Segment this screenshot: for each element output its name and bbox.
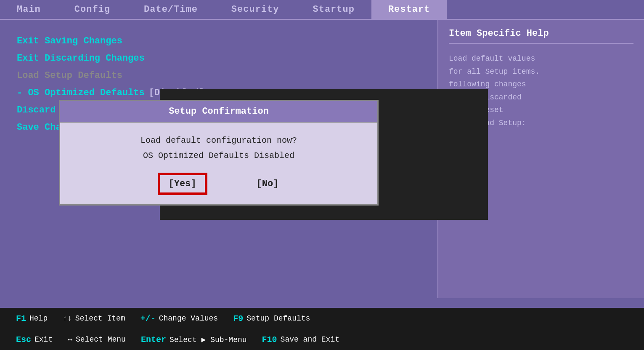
status-updown: ↑↓ Select Item	[55, 314, 133, 323]
menu-item-config[interactable]: Config	[58, 0, 127, 19]
menu-item-main[interactable]: Main	[0, 0, 58, 19]
status-plusminus: +/- Change Values	[133, 314, 225, 323]
status-leftright: ↔ Select Menu	[60, 335, 133, 344]
menu-item-security[interactable]: Security	[215, 0, 296, 19]
dialog-box: Setup Confirmation Load default configur…	[59, 100, 379, 206]
status-f10: F10 Save and Exit	[254, 335, 347, 345]
status-row-2: Esc Exit ↔ Select Menu Enter Select ▶ Su…	[8, 329, 636, 350]
help-title: Item Specific Help	[449, 28, 633, 44]
status-bar-rows: F1 Help ↑↓ Select Item +/- Change Values…	[8, 308, 636, 350]
no-button[interactable]: [No]	[257, 179, 279, 189]
status-enter: Enter Select ▶ Sub-Menu	[133, 335, 254, 345]
dialog-body: Load default configuration now? OS Optim…	[60, 123, 377, 204]
dialog-buttons: [Yes] [No]	[73, 174, 365, 194]
dialog-title: Setup Confirmation	[60, 101, 377, 123]
menu-item-restart[interactable]: Restart	[371, 0, 447, 19]
dialog-overlay: Setup Confirmation Load default configur…	[0, 20, 437, 298]
menu-bar: Main Config Date/Time Security Startup R…	[0, 0, 644, 20]
status-f1: F1 Help	[8, 314, 55, 323]
dialog-message: Load default configuration now? OS Optim…	[73, 133, 365, 163]
left-panel: Exit Saving Changes Exit Discarding Chan…	[0, 20, 437, 298]
status-esc: Esc Exit	[8, 335, 60, 345]
yes-button[interactable]: [Yes]	[159, 174, 206, 194]
status-f9: F9 Setup Defaults	[225, 314, 318, 323]
menu-item-datetime[interactable]: Date/Time	[127, 0, 215, 19]
status-bar: F1 Help ↑↓ Select Item +/- Change Values…	[0, 308, 644, 350]
menu-item-startup[interactable]: Startup	[296, 0, 371, 19]
main-content: Exit Saving Changes Exit Discarding Chan…	[0, 20, 644, 298]
status-row-1: F1 Help ↑↓ Select Item +/- Change Values…	[8, 308, 636, 329]
